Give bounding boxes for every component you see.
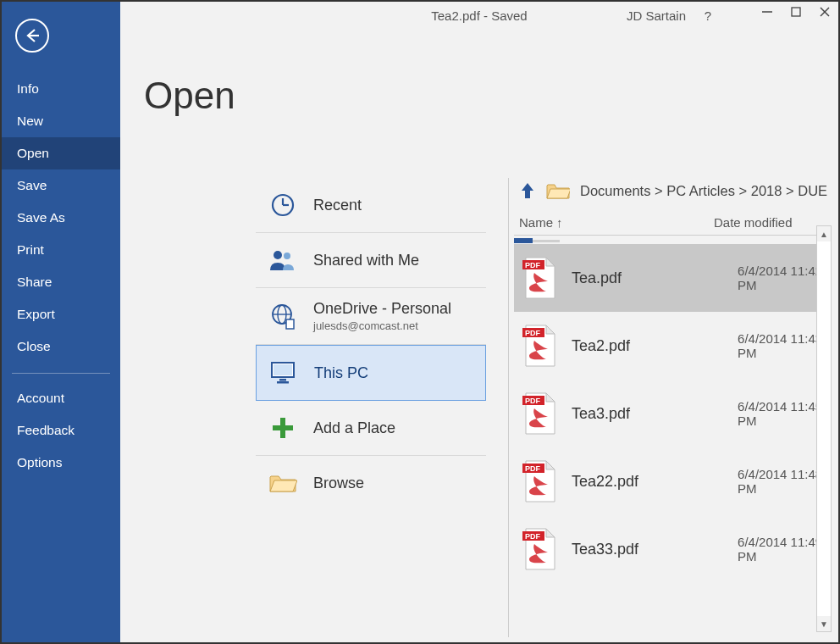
user-name[interactable]: JD Sartain — [627, 8, 686, 23]
file-pane: Documents > PC Articles > 2018 > DUE 7-2… — [508, 178, 832, 637]
file-row[interactable]: PDF Tea.pdf 6/4/2014 11:42 PM — [514, 244, 832, 312]
pdf-icon: PDF — [521, 256, 558, 300]
place-label: Shared with Me — [313, 252, 419, 269]
scroll-down-icon[interactable]: ▼ — [817, 616, 831, 631]
svg-rect-21 — [514, 238, 533, 243]
file-row[interactable]: PDF Tea33.pdf 6/4/2014 11:49 PM — [514, 515, 832, 583]
globe-icon — [268, 301, 298, 331]
file-name: Tea22.pdf — [558, 473, 738, 491]
file-row[interactable]: PDF Tea22.pdf 6/4/2014 11:48 PM — [514, 447, 832, 515]
people-icon — [268, 245, 298, 275]
svg-text:PDF: PDF — [525, 532, 541, 541]
close-button[interactable] — [818, 5, 832, 19]
nav-options[interactable]: Options — [2, 447, 120, 479]
help-button[interactable]: ? — [705, 8, 711, 23]
file-name: Tea33.pdf — [558, 541, 738, 558]
scroll-up-icon[interactable]: ▲ — [817, 226, 831, 242]
file-list: PDF Tea.pdf 6/4/2014 11:42 PM PDF Tea2.p… — [514, 244, 832, 583]
nav-print[interactable]: Print — [2, 234, 120, 266]
up-arrow-icon[interactable] — [519, 181, 536, 200]
place-recent[interactable]: Recent — [256, 178, 486, 233]
page-title: Open — [144, 75, 235, 117]
place-label: OneDrive - Personal — [313, 300, 451, 318]
nav-account[interactable]: Account — [2, 382, 120, 414]
col-date-header[interactable]: Date modified — [714, 215, 826, 230]
nav-save-as[interactable]: Save As — [2, 202, 120, 234]
svg-rect-13 — [286, 319, 294, 329]
pdf-icon: PDF — [521, 391, 558, 436]
nav-info[interactable]: Info — [2, 73, 120, 105]
restore-button[interactable] — [789, 5, 803, 19]
svg-rect-1 — [792, 8, 800, 16]
svg-text:PDF: PDF — [525, 464, 541, 473]
pdf-icon: PDF — [521, 324, 558, 368]
title-bar: Tea2.pdf - Saved JD Sartain ? — [120, 2, 838, 29]
folder-icon — [268, 468, 298, 498]
scrollbar[interactable]: ▲ ▼ — [816, 225, 832, 632]
svg-text:PDF: PDF — [525, 397, 541, 405]
svg-rect-16 — [279, 379, 286, 381]
col-name-label: Name — [519, 215, 553, 230]
minimize-button[interactable] — [760, 5, 774, 19]
app-window: Tea2.pdf - Saved JD Sartain ? Info New O… — [0, 0, 840, 644]
place-this-pc[interactable]: This PC — [256, 345, 486, 401]
file-name: Tea.pdf — [558, 269, 738, 287]
scroll-track[interactable] — [817, 242, 831, 616]
svg-rect-15 — [274, 364, 292, 375]
nav-export[interactable]: Export — [2, 298, 120, 330]
nav-feedback[interactable]: Feedback — [2, 414, 120, 447]
nav-close[interactable]: Close — [2, 330, 120, 363]
place-onedrive[interactable]: OneDrive - Personal julesds@comcast.net — [256, 288, 486, 345]
backstage-sidebar: Info New Open Save Save As Print Share E… — [2, 2, 120, 642]
breadcrumb-row: Documents > PC Articles > 2018 > DUE 7-2… — [514, 178, 832, 210]
column-headers: Name ↑ Date modified — [514, 210, 832, 236]
nav-share[interactable]: Share — [2, 266, 120, 298]
nav-new[interactable]: New — [2, 105, 120, 137]
place-add[interactable]: Add a Place — [256, 401, 486, 456]
nav-list: Info New Open Save Save As Print Share E… — [2, 73, 120, 479]
nav-separator — [12, 373, 110, 374]
pdf-icon: PDF — [521, 527, 558, 571]
file-name: Tea3.pdf — [558, 405, 738, 423]
nav-open[interactable]: Open — [2, 137, 120, 169]
document-title: Tea2.pdf - Saved — [120, 8, 838, 23]
place-sublabel: julesds@comcast.net — [313, 319, 451, 332]
svg-text:PDF: PDF — [525, 261, 541, 269]
place-label: Recent — [313, 197, 362, 214]
place-browse[interactable]: Browse — [256, 456, 486, 510]
monitor-icon — [268, 358, 299, 388]
sort-asc-icon: ↑ — [556, 215, 563, 230]
place-label: Browse — [313, 475, 364, 492]
file-row[interactable]: PDF Tea3.pdf 6/4/2014 11:45 PM — [514, 380, 832, 447]
file-name: Tea2.pdf — [558, 337, 738, 355]
col-name-header[interactable]: Name ↑ — [519, 215, 714, 230]
file-row[interactable]: PDF Tea2.pdf 6/4/2014 11:43 PM — [514, 312, 832, 380]
place-label: This PC — [314, 364, 368, 382]
svg-rect-19 — [273, 425, 293, 430]
breadcrumb[interactable]: Documents > PC Articles > 2018 > DUE 7-2… — [580, 183, 832, 199]
plus-icon — [268, 413, 298, 443]
places-list: Recent Shared with Me OneDrive - Persona… — [256, 178, 486, 510]
svg-text:PDF: PDF — [525, 329, 541, 337]
pin-indicator — [514, 237, 832, 244]
clock-icon — [268, 190, 298, 220]
place-label: Add a Place — [313, 419, 395, 437]
pdf-icon: PDF — [521, 459, 558, 503]
back-button[interactable] — [15, 19, 49, 53]
svg-point-8 — [274, 251, 282, 259]
place-shared[interactable]: Shared with Me — [256, 233, 486, 288]
svg-rect-17 — [277, 381, 289, 384]
main-area: Open Recent Shared with Me On — [120, 32, 838, 642]
nav-save[interactable]: Save — [2, 169, 120, 202]
folder-icon — [546, 181, 570, 200]
svg-point-9 — [284, 253, 290, 259]
